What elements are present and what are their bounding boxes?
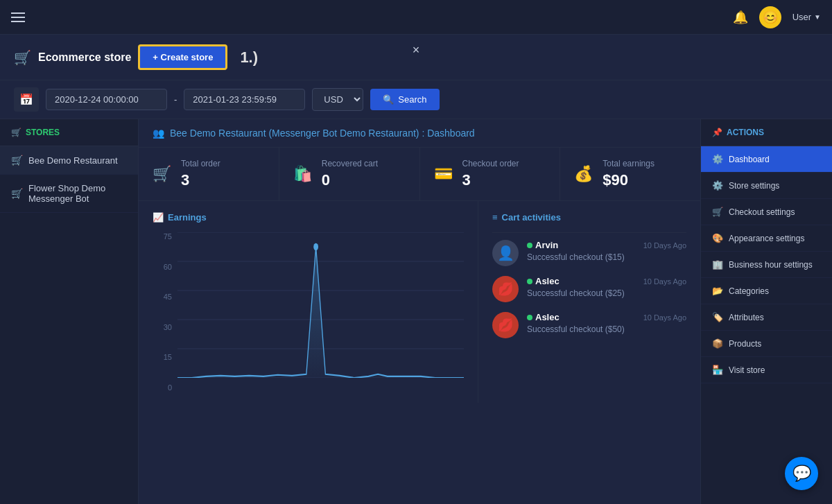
activity-name-2: Aslec — [527, 276, 560, 286]
close-button[interactable]: × — [413, 43, 420, 58]
content-header: 👥 Bee Demo Restaurant (Messenger Bot Dem… — [139, 119, 700, 148]
main-layout: 🛒 Stores 🛒 Bee Demo Restaurant 🛒 Flower … — [0, 119, 832, 504]
checkout-settings-icon: 🛒 — [712, 207, 723, 217]
actions-icon: 📌 — [712, 128, 722, 137]
store-icon: 🛒 — [11, 188, 23, 199]
date-separator: - — [174, 94, 177, 105]
money-icon: 💰 — [574, 165, 593, 183]
hamburger-menu[interactable] — [11, 12, 25, 22]
activity-avatar-1: 👤 — [492, 240, 519, 266]
attributes-icon: 🏷️ — [712, 312, 723, 322]
currency-select[interactable]: USD EUR — [312, 88, 363, 111]
search-icon: 🔍 — [383, 94, 394, 105]
activity-item-2: 💋 Aslec 10 Days Ago Successful checkout … — [492, 276, 686, 302]
calendar-icon: 📅 — [14, 87, 39, 112]
right-menu-store-settings[interactable]: ⚙️ Store settings — [701, 173, 832, 199]
cart-activities-title: ≡ Cart activities — [492, 212, 686, 223]
stat-total-order: 🛒 Total order 3 — [139, 148, 279, 200]
date-end-input[interactable] — [184, 89, 305, 110]
categories-icon: 📂 — [712, 286, 723, 296]
avatar-logo-icon-2: 💋 — [498, 318, 513, 333]
activity-name-3: Aslec — [527, 312, 560, 322]
store-settings-icon: ⚙️ — [712, 180, 723, 191]
visit-store-icon: 🏪 — [712, 365, 723, 375]
filter-bar: 📅 - USD EUR 🔍 Search — [0, 80, 832, 119]
earnings-icon: 📈 — [153, 212, 164, 223]
avatar-logo-icon: 💋 — [498, 281, 513, 297]
activity-desc-1: Successful checkout ($15) — [527, 252, 686, 262]
right-menu-checkout-settings[interactable]: 🛒 Checkout settings — [701, 199, 832, 225]
activity-time-1: 10 Days Ago — [643, 241, 686, 250]
right-menu-appearance[interactable]: 🎨 Appearance settings — [701, 225, 832, 252]
activity-desc-3: Successful checkout ($50) — [527, 324, 686, 334]
online-indicator — [527, 279, 532, 284]
online-indicator — [527, 243, 532, 248]
header-left: 🛒 Ecommerce store + Create store 1.) — [14, 44, 258, 70]
activity-item-3: 💋 Aslec 10 Days Ago Successful checkout … — [492, 312, 686, 338]
stats-row: 🛒 Total order 3 🛍️ Recovered cart 0 💳 Ch… — [139, 148, 700, 201]
content-area: 👥 Bee Demo Restaurant (Messenger Bot Dem… — [139, 119, 700, 504]
sidebar-item-flower-shop[interactable]: 🛒 Flower Shop Demo Messenger Bot — [0, 175, 138, 213]
right-panel-header: 📌 Actions — [701, 119, 832, 146]
dashboard-icon: ⚙️ — [712, 154, 723, 164]
create-store-button[interactable]: + Create store — [138, 44, 227, 70]
header-bar: × 🛒 Ecommerce store + Create store 1.) — [0, 35, 832, 80]
chart-y-labels: 75 60 45 30 15 0 — [153, 232, 172, 392]
avatar-placeholder-icon: 👤 — [497, 245, 514, 261]
appearance-icon: 🎨 — [712, 233, 723, 243]
stat-total-earnings: 💰 Total earnings $90 — [560, 148, 700, 200]
activity-avatar-3: 💋 — [492, 312, 519, 338]
chart-line-svg: Dec Dec Dec Dec Jan Jan Jan Jan — [177, 232, 464, 378]
store-title: Ecommerce store — [38, 51, 131, 64]
chart-peak-dot — [313, 243, 318, 251]
top-nav-left — [11, 12, 25, 22]
card-icon: 💳 — [434, 165, 453, 183]
products-icon: 📦 — [712, 338, 723, 349]
earnings-title: 📈 Earnings — [153, 212, 464, 223]
right-menu-attributes[interactable]: 🏷️ Attributes — [701, 304, 832, 331]
earnings-chart: 75 60 45 30 15 0 — [153, 232, 464, 392]
date-start-input[interactable] — [46, 89, 167, 110]
avatar[interactable]: 😊 — [759, 6, 781, 28]
activity-desc-2: Successful checkout ($25) — [527, 288, 686, 298]
activity-time-3: 10 Days Ago — [643, 313, 686, 322]
store-icon: 🛒 — [11, 155, 23, 166]
cart-activities-icon: ≡ — [492, 212, 498, 223]
step-label: 1.) — [240, 49, 258, 67]
store-icon: 🛒 — [14, 49, 31, 66]
top-nav-right: 🔔 😊 User ▼ — [733, 6, 821, 28]
activity-item-1: 👤 Arvin 10 Days Ago Successful checkout … — [492, 240, 686, 266]
messenger-fab[interactable]: 💬 — [785, 457, 818, 490]
charts-row: 📈 Earnings 75 60 45 30 15 0 — [139, 201, 700, 403]
sidebar-item-bee-demo[interactable]: 🛒 Bee Demo Restaurant — [0, 146, 138, 175]
sidebar-header: 🛒 Stores — [0, 119, 138, 146]
content-header-icon: 👥 — [153, 128, 164, 139]
search-button[interactable]: 🔍 Search — [370, 89, 439, 110]
right-menu-products[interactable]: 📦 Products — [701, 331, 832, 357]
cart-icon: 🛒 — [153, 165, 171, 183]
right-menu-categories[interactable]: 📂 Categories — [701, 278, 832, 304]
bag-icon: 🛍️ — [293, 165, 312, 183]
earnings-panel: 📈 Earnings 75 60 45 30 15 0 — [139, 201, 478, 403]
user-dropdown-arrow: ▼ — [814, 13, 821, 21]
sidebar: 🛒 Stores 🛒 Bee Demo Restaurant 🛒 Flower … — [0, 119, 139, 504]
activity-time-2: 10 Days Ago — [643, 277, 686, 286]
right-panel: 📌 Actions ⚙️ Dashboard ⚙️ Store settings… — [700, 119, 832, 504]
user-label[interactable]: User ▼ — [792, 12, 821, 22]
stat-recovered-cart: 🛍️ Recovered cart 0 — [279, 148, 420, 200]
cart-activities-panel: ≡ Cart activities 👤 Arvin — [478, 201, 700, 403]
activity-name-1: Arvin — [527, 240, 558, 250]
business-hours-icon: 🏢 — [712, 259, 723, 270]
activity-divider — [492, 232, 686, 233]
right-menu-business-hours[interactable]: 🏢 Business hour settings — [701, 252, 832, 278]
right-menu-dashboard[interactable]: ⚙️ Dashboard — [701, 146, 832, 173]
right-menu-visit-store[interactable]: 🏪 Visit store — [701, 357, 832, 383]
notifications-icon[interactable]: 🔔 — [733, 10, 748, 25]
online-indicator — [527, 315, 532, 320]
stat-checkout-order: 💳 Checkout order 3 — [420, 148, 561, 200]
sidebar-header-icon: 🛒 — [11, 128, 21, 137]
activity-avatar-2: 💋 — [492, 276, 519, 302]
top-nav: 🔔 😊 User ▼ — [0, 0, 832, 35]
chart-svg-area: Dec Dec Dec Dec Jan Jan Jan Jan — [177, 232, 464, 378]
